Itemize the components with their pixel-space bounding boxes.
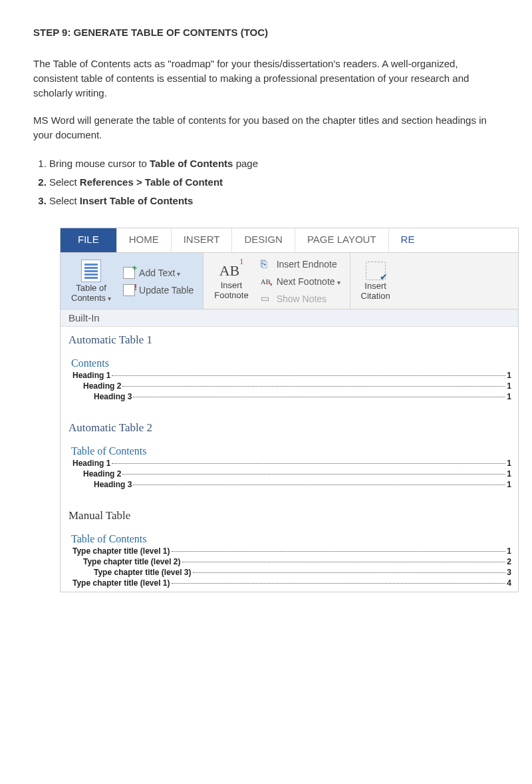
dot-leader [133,485,505,485]
endnote-label: Insert Endnote [277,259,337,270]
insert-endnote-button[interactable]: Insert Endnote [258,257,343,272]
toc-line: Type chapter title (level 1)4 [67,578,511,588]
dot-leader [182,562,506,562]
step-1-bold: Table of Contents [150,158,233,169]
step-1: Bring mouse cursor to Table of Contents … [49,156,499,172]
toc-line: Type chapter title (level 1)1 [67,546,511,556]
insert-footnote-button[interactable]: AB1 InsertFootnote [210,261,252,302]
step-2-text: Select [49,176,80,188]
step-2-bold: References > Table of Content [80,176,223,188]
manual-contents-label: Table of Contents [71,533,511,545]
dot-leader [122,474,505,475]
toc-page: 1 [507,546,511,556]
tab-references[interactable]: RE [389,228,427,252]
update-table-button[interactable]: Update Table [120,283,196,297]
step-1-tail: page [233,158,258,169]
add-text-button[interactable]: Add Text [120,266,196,280]
toc-page: 1 [507,480,511,489]
step-1-text: Bring mouse cursor to [49,158,150,169]
toc-line: Heading 31 [67,392,511,401]
citation-label-1: Insert [364,281,386,291]
toc-page: 2 [507,557,511,566]
add-text-icon [123,267,135,279]
footnote-icon: AB1 [219,262,244,280]
dot-leader [172,551,506,552]
step-3: Select Insert Table of Contents [49,193,499,209]
footnote-subgroup: Insert Endnote Next Footnote Show Notes [258,257,343,306]
toc-text: Heading 2 [83,381,121,391]
toc-text: Type chapter title (level 2) [83,557,181,566]
toc-text: Type chapter title (level 3) [94,568,192,577]
toc-label-1: Table of [76,283,106,293]
toc-label-2: Contents [71,293,111,303]
tab-page-layout[interactable]: PAGE LAYOUT [295,228,389,252]
footnote-label-2: Footnote [214,290,248,300]
group-footnotes: AB1 InsertFootnote Insert Endnote Next F… [203,253,350,309]
toc-line: Heading 11 [67,459,511,468]
toc-line: Heading 11 [67,371,511,380]
endnote-icon [261,258,273,270]
toc-page: 4 [507,578,511,588]
toc-text: Heading 2 [83,469,121,479]
dot-leader [112,375,505,376]
toc-text: Type chapter title (level 1) [72,578,170,588]
word-screenshot: FILE HOME INSERT DESIGN PAGE LAYOUT RE T… [60,228,519,592]
toc-text: Heading 1 [72,459,110,468]
auto2-title: Automatic Table 2 [68,421,511,435]
dot-leader [122,386,505,387]
toc-icon [81,260,101,282]
ribbon-bar: Table ofContents Add Text Update Table A… [61,252,518,309]
show-notes-label: Show Notes [277,294,327,304]
next-footnote-button[interactable]: Next Footnote [258,274,343,289]
auto2-contents-label: Table of Contents [71,445,511,457]
toc-page: 1 [507,381,511,391]
gallery-auto1[interactable]: Automatic Table 1 Contents Heading 11 He… [61,327,518,415]
toc-line: Heading 21 [67,381,511,391]
tab-design[interactable]: DESIGN [232,228,295,252]
next-footnote-label: Next Footnote [277,276,340,287]
next-footnote-icon [261,276,273,288]
toc-text: Heading 1 [72,371,110,380]
dot-leader [112,463,505,464]
table-of-contents-button[interactable]: Table ofContents [67,258,115,305]
citation-label-2: Citation [361,291,390,301]
show-notes-icon [261,293,273,305]
gallery-manual[interactable]: Manual Table Table of Contents Type chap… [61,502,518,592]
toc-text: Type chapter title (level 1) [72,546,170,556]
update-table-icon [123,284,135,296]
toc-line: Type chapter title (level 2)2 [67,557,511,566]
gallery-auto2[interactable]: Automatic Table 2 Table of Contents Head… [61,415,518,502]
toc-gallery: Built-In Automatic Table 1 Contents Head… [61,309,518,592]
tab-insert[interactable]: INSERT [172,228,233,252]
update-table-label: Update Table [139,285,194,295]
step-heading: STEP 9: GENERATE TABLE OF CONTENTS (TOC) [33,27,499,38]
toc-page: 3 [507,568,511,577]
footnote-label-1: Insert [221,280,243,290]
toc-line: Heading 31 [67,480,511,489]
step-2: Select References > Table of Content [49,174,499,190]
toc-page: 1 [507,469,511,479]
manual-title: Manual Table [68,509,511,522]
citation-icon [366,262,386,280]
step-3-bold: Insert Table of Contents [80,195,194,206]
group-toc: Table ofContents Add Text Update Table [61,253,203,309]
toc-page: 1 [507,459,511,468]
instruction-list: Bring mouse cursor to Table of Contents … [33,156,499,209]
insert-citation-button[interactable]: InsertCitation [357,260,394,303]
tab-file[interactable]: FILE [61,228,117,252]
intro-paragraph-1: The Table of Contents acts as "roadmap" … [33,57,499,100]
dot-leader [172,583,506,584]
auto1-contents-label: Contents [71,357,511,369]
intro-paragraph-2: MS Word will generate the table of conte… [33,113,499,142]
tab-home[interactable]: HOME [117,228,172,252]
toc-text: Heading 3 [94,480,132,489]
dot-leader [193,572,506,573]
toc-page: 1 [507,371,511,380]
group-citations: InsertCitation [350,253,401,309]
toc-page: 1 [507,392,511,401]
toc-subgroup: Add Text Update Table [120,266,196,297]
toc-line: Type chapter title (level 3)3 [67,568,511,577]
ribbon-tabs: FILE HOME INSERT DESIGN PAGE LAYOUT RE [61,228,518,252]
show-notes-button[interactable]: Show Notes [258,292,343,306]
gallery-header-builtin: Built-In [61,309,518,327]
